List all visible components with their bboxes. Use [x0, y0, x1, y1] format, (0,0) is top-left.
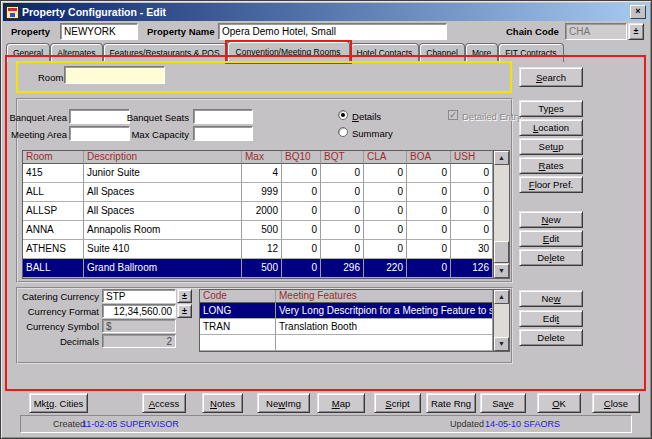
tab-convention-meeting-rooms[interactable]: Convention/Meeting Rooms [227, 41, 350, 62]
column-header-bqt: BQT [321, 151, 364, 164]
updated-value: 14-05-10 SFAORS [485, 419, 560, 429]
table-row[interactable]: ANNA Annapolis Room 500 0 0 0 0 0 [23, 221, 493, 240]
map-button[interactable]: Map [317, 393, 365, 413]
cell-bqt: 0 [321, 202, 364, 221]
features-delete-button[interactable]: Delete [519, 329, 583, 346]
cell-bqt: 0 [321, 164, 364, 183]
cell-bq10: 0 [282, 183, 321, 202]
cell-boa: 0 [407, 221, 451, 240]
new-img-button[interactable]: New Img [257, 393, 310, 413]
table-row-selected[interactable]: BALL Grand Ballroom 500 0 296 220 0 126 [23, 259, 493, 278]
property-name-input[interactable] [218, 23, 447, 40]
currency-format-lov-icon[interactable]: ± [177, 304, 192, 318]
table-row[interactable]: ALL All Spaces 999 0 0 0 0 0 [23, 183, 493, 202]
cell-bq10: 0 [282, 259, 321, 278]
scrollbar-track[interactable] [494, 304, 509, 337]
scrollbar-track[interactable] [494, 165, 509, 264]
tab-alternates[interactable]: Alternates [50, 43, 102, 62]
cell-boa: 0 [407, 183, 451, 202]
details-radio-label[interactable]: Details [352, 111, 381, 122]
cell-ush: 126 [451, 259, 493, 278]
details-radio[interactable] [338, 110, 348, 120]
notes-button[interactable]: Notes [202, 393, 243, 413]
rooms-delete-button[interactable]: Delete [519, 249, 583, 266]
cell-description: Suite 410 [84, 240, 242, 259]
cell-bqt: 0 [321, 183, 364, 202]
rooms-new-button[interactable]: New [519, 211, 583, 228]
table-row[interactable]: TRAN Translation Booth [200, 319, 493, 335]
banquet-area-input[interactable] [69, 109, 130, 124]
features-new-button[interactable]: New [519, 290, 583, 307]
status-bar: Created 11-02-05 SUPERVISOR Updated 14-0… [20, 415, 632, 433]
cell-description: All Spaces [84, 183, 242, 202]
close-icon[interactable]: × [630, 5, 646, 19]
scroll-down-icon[interactable]: ▼ [494, 264, 509, 278]
floor-pref-button[interactable]: Floor Pref. [519, 176, 583, 193]
catering-currency-lov-icon[interactable]: ± [177, 289, 192, 303]
window-icon [6, 6, 19, 19]
cell-cla: 0 [364, 164, 407, 183]
cell-boa: 0 [407, 259, 451, 278]
tab-convention-label: Convention/Meeting Rooms [236, 47, 341, 57]
max-capacity-input[interactable] [193, 126, 253, 141]
banquet-seats-label: Banquet Seats [127, 112, 189, 123]
save-button[interactable]: Save [480, 393, 526, 413]
table-row[interactable]: ALLSP All Spaces 2000 0 0 0 0 0 [23, 202, 493, 221]
summary-radio-label[interactable]: Summary [352, 128, 393, 139]
room-input[interactable] [64, 66, 165, 84]
table-row[interactable]: ATHENS Suite 410 12 0 0 0 0 30 [23, 240, 493, 259]
table-row-selected[interactable]: LONG Very Long Descritpion for a Meeting… [200, 303, 493, 319]
search-button[interactable]: Search [519, 67, 583, 87]
cell-room: ANNA [23, 221, 84, 240]
banquet-seats-input[interactable] [193, 109, 253, 124]
currency-format-label: Currency Format [28, 306, 99, 317]
script-button[interactable]: Script [374, 393, 421, 413]
meeting-area-input[interactable] [69, 126, 130, 141]
location-button[interactable]: Location [519, 119, 583, 136]
tab-hotel-contacts[interactable]: Hotel Contacts [350, 43, 420, 62]
cell-bqt: 0 [321, 221, 364, 240]
rooms-edit-button[interactable]: Edit [519, 230, 583, 247]
cell-description: Annapolis Room [84, 221, 242, 240]
tab-more[interactable]: More [465, 43, 498, 62]
scroll-down-icon[interactable]: ▼ [494, 337, 509, 351]
cell-ush: 30 [451, 240, 493, 259]
cell-feature: Very Long Descritpion for a Meeting Feat… [276, 303, 493, 319]
currency-format-input[interactable] [102, 304, 176, 318]
table-row[interactable] [200, 335, 493, 351]
title-bar: Property Configuration - Edit × [3, 3, 649, 21]
cell-code: LONG [200, 303, 276, 319]
tab-features-restaurants-pos[interactable]: Features/Restaurants & POS [103, 43, 227, 62]
features-table-scrollbar[interactable]: ▲ ▼ [493, 290, 509, 351]
access-button[interactable]: Access [142, 393, 186, 413]
cell-max: 500 [242, 221, 282, 240]
chain-code-lov-icon[interactable]: ± [628, 23, 644, 40]
cell-bq10: 0 [282, 164, 321, 183]
ok-button[interactable]: OK [537, 393, 581, 413]
rate-rng-button[interactable]: Rate Rng [426, 393, 476, 413]
column-header-cla: CLA [364, 151, 407, 164]
types-button[interactable]: Types [519, 100, 583, 117]
rooms-table-scrollbar[interactable]: ▲ ▼ [493, 151, 509, 278]
tab-general[interactable]: General [6, 43, 50, 62]
scroll-up-icon[interactable]: ▲ [494, 290, 509, 304]
cell-ush: 0 [451, 164, 493, 183]
tab-channel[interactable]: Channel [419, 43, 465, 62]
cell-description: Grand Ballroom [84, 259, 242, 278]
table-row[interactable]: 415 Junior Suite 4 0 0 0 0 0 [23, 164, 493, 183]
column-header-ush: USH [451, 151, 493, 164]
scroll-up-icon[interactable]: ▲ [494, 151, 509, 165]
scrollbar-thumb[interactable] [494, 241, 509, 263]
close-button[interactable]: Close [592, 393, 640, 413]
catering-currency-input[interactable] [102, 289, 176, 303]
summary-radio[interactable] [338, 127, 348, 137]
rates-button[interactable]: Rates [519, 157, 583, 174]
property-input[interactable] [60, 23, 138, 40]
meeting-rooms-table: Room Description Max BQ10 BQT CLA BOA US… [22, 150, 510, 279]
features-edit-button[interactable]: Edit [519, 310, 583, 327]
mktg-cities-button[interactable]: Mktg. Cities [29, 393, 88, 413]
cell-ush: 0 [451, 221, 493, 240]
cell-max: 12 [242, 240, 282, 259]
setup-button[interactable]: Setup [519, 138, 583, 155]
tab-fit-contracts[interactable]: FIT Contracts [498, 43, 563, 62]
